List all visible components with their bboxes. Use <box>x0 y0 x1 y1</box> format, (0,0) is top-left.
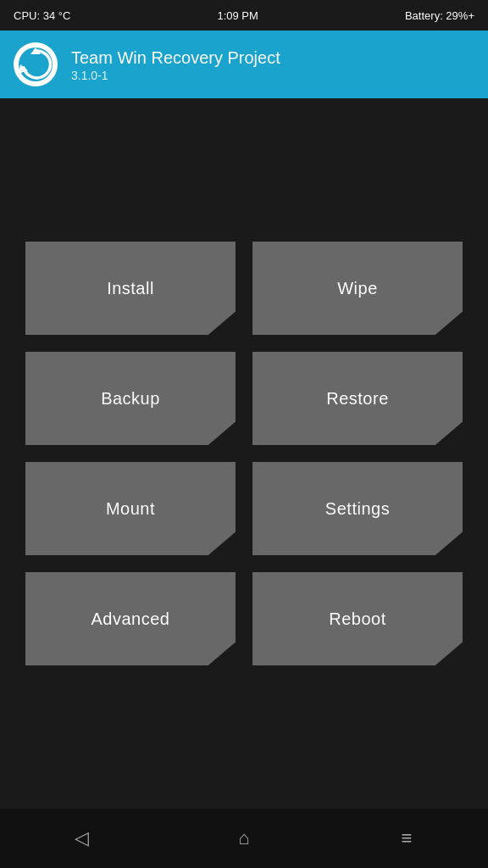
main-content: Install Wipe Backup Restore Mount Settin… <box>0 98 488 809</box>
status-bar: CPU: 34 °C 1:09 PM Battery: 29%+ <box>0 0 488 31</box>
settings-button[interactable]: Settings <box>252 462 463 555</box>
install-button[interactable]: Install <box>25 242 236 335</box>
button-row-2: Backup Restore <box>25 352 463 445</box>
app-title: Team Win Recovery Project <box>71 47 280 69</box>
button-row-1: Install Wipe <box>25 242 463 335</box>
back-nav-button[interactable]: ◁ <box>60 817 103 860</box>
button-row-4: Advanced Reboot <box>25 572 463 665</box>
backup-button[interactable]: Backup <box>25 352 236 445</box>
menu-nav-button[interactable]: ≡ <box>385 817 428 860</box>
header-text: Team Win Recovery Project 3.1.0-1 <box>71 47 280 82</box>
header: Team Win Recovery Project 3.1.0-1 <box>0 31 488 98</box>
wipe-button[interactable]: Wipe <box>252 242 463 335</box>
nav-bar: ◁ ⌂ ≡ <box>0 809 488 868</box>
reboot-button[interactable]: Reboot <box>252 572 463 665</box>
battery-status: Battery: 29%+ <box>405 9 474 22</box>
cpu-status: CPU: 34 °C <box>14 9 70 22</box>
home-nav-button[interactable]: ⌂ <box>223 817 265 860</box>
advanced-button[interactable]: Advanced <box>25 572 236 665</box>
time-status: 1:09 PM <box>217 9 258 22</box>
app-version: 3.1.0-1 <box>71 69 280 82</box>
mount-button[interactable]: Mount <box>25 462 236 555</box>
app-logo <box>14 42 58 86</box>
button-row-3: Mount Settings <box>25 462 463 555</box>
restore-button[interactable]: Restore <box>252 352 463 445</box>
